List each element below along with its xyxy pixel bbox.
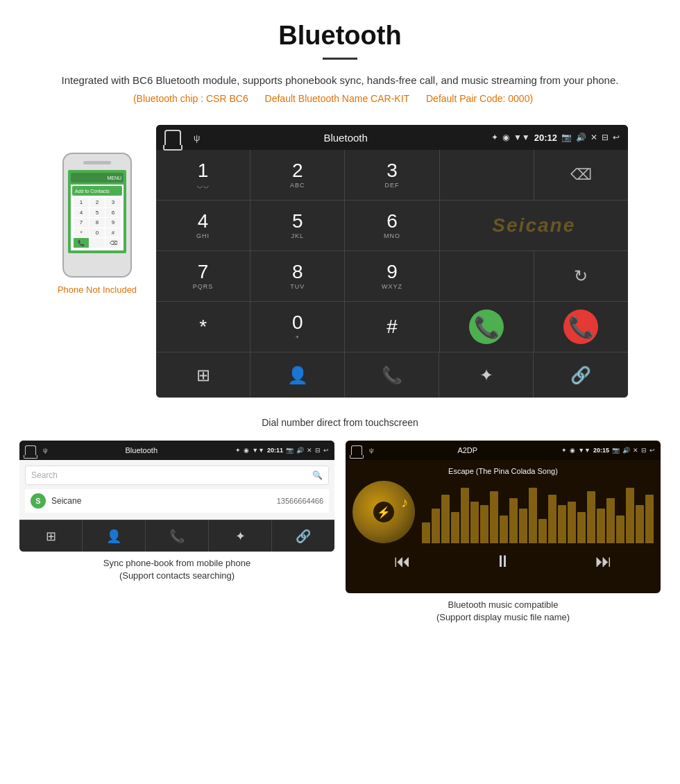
spec-chip: (Bluetooth chip : CSR BC6: [133, 93, 248, 104]
call-green-button[interactable]: 📞: [469, 309, 504, 344]
key-4-num: 4: [198, 212, 209, 231]
music-home-icon[interactable]: [351, 445, 362, 455]
music-caption-text: Bluetooth music compatible(Support displ…: [436, 599, 570, 622]
visualizer-bar: [432, 509, 440, 543]
music-vol-icon: 🔊: [622, 447, 630, 454]
key-call-red[interactable]: 📞: [534, 302, 628, 352]
phone-key-9[interactable]: 9: [105, 218, 121, 228]
back-status-icon: ↩: [613, 133, 620, 142]
key-2-num: 2: [292, 161, 303, 180]
phone-key-call[interactable]: 📞: [74, 238, 89, 248]
key-4[interactable]: 4 GHI: [156, 201, 250, 250]
pb-search-placeholder: Search: [31, 470, 58, 480]
phone-key-star[interactable]: *: [74, 228, 89, 238]
key-empty-1: [440, 150, 534, 200]
key-refresh[interactable]: ↻: [534, 251, 628, 301]
pb-contact-row[interactable]: S Seicane 13566664466: [25, 489, 329, 513]
visualizer-bar: [480, 505, 488, 543]
dial-tool-contacts[interactable]: 👤: [250, 352, 345, 398]
phone-screen-bar: MENU: [71, 173, 124, 182]
music-title: A2DP: [377, 446, 557, 454]
dial-tool-bluetooth[interactable]: ✦: [439, 352, 534, 398]
visualizer-bar: [538, 519, 547, 543]
phone-key-0[interactable]: 0: [90, 228, 105, 238]
phonebook-screen: ψ Bluetooth ✦ ◉ ▼▼ 20:11 📷 🔊 ✕ ⊟ ↩ Searc…: [19, 441, 334, 552]
key-6-num: 6: [386, 212, 398, 231]
pb-vol-icon: 🔊: [296, 447, 304, 454]
pb-contact-name: Seicane: [51, 496, 277, 506]
pb-tool-bluetooth[interactable]: ✦: [209, 520, 272, 552]
music-usb-icon: ψ: [369, 447, 373, 454]
key-hash[interactable]: #: [345, 302, 439, 352]
phone-key-5[interactable]: 5: [90, 208, 105, 218]
key-9-num: 9: [386, 262, 398, 282]
key-star[interactable]: *: [156, 302, 250, 352]
pb-contact-avatar: S: [31, 493, 46, 509]
usb-icon: ψ: [194, 133, 200, 143]
add-contacts-label: Add to Contacts: [75, 189, 110, 194]
key-empty-3: [440, 251, 534, 301]
page-header: Bluetooth Integrated with BC6 Bluetooth …: [0, 0, 680, 111]
phone-key-4[interactable]: 4: [74, 208, 89, 218]
pb-tool-link[interactable]: 🔗: [272, 520, 334, 552]
phone-key-8[interactable]: 8: [90, 218, 105, 228]
camera-status-icon: 📷: [561, 133, 572, 142]
key-8[interactable]: 8 TUV: [250, 251, 344, 301]
visualizer-bar: [470, 502, 479, 543]
music-sig-icon: ▼▼: [578, 447, 590, 454]
key-9[interactable]: 9 WXYZ: [345, 251, 439, 301]
pb-tool-grid[interactable]: ⊞: [19, 520, 83, 552]
phone-key-hash[interactable]: #: [105, 228, 121, 238]
key-7-sub: PQRS: [193, 283, 214, 290]
key-1[interactable]: 1 ◡◡: [156, 150, 250, 200]
key-call-green[interactable]: 📞: [440, 302, 534, 352]
dial-tool-link[interactable]: 🔗: [534, 352, 628, 398]
pb-title: Bluetooth: [51, 446, 231, 454]
pb-search-bar[interactable]: Search 🔍: [25, 466, 329, 485]
key-2[interactable]: 2 ABC: [250, 150, 344, 200]
key-6-sub: MNO: [384, 232, 400, 239]
visualizer-bar: [616, 515, 624, 543]
key-8-num: 8: [292, 262, 303, 282]
visualizer-bar: [606, 498, 615, 543]
phone-key-2[interactable]: 2: [90, 198, 105, 207]
key-3[interactable]: 3 DEF: [345, 150, 439, 200]
music-main: ⚡ ♪: [352, 481, 654, 543]
pb-tool-phone[interactable]: 📞: [146, 520, 209, 552]
dial-tool-grid[interactable]: ⊞: [156, 352, 250, 398]
pb-home-icon[interactable]: [25, 445, 36, 455]
music-controls: ⏮ ⏸ ⏭: [352, 543, 654, 577]
visualizer-bar: [645, 495, 654, 543]
music-back-icon: ↩: [649, 447, 655, 454]
seicane-watermark: Seicane: [492, 214, 575, 237]
phone-key-1[interactable]: 1: [74, 198, 89, 207]
visualizer-bar: [519, 509, 527, 543]
music-screen: ψ A2DP ✦ ◉ ▼▼ 20:15 📷 🔊 ✕ ⊟ ↩ Escape (Th…: [346, 441, 661, 593]
home-icon[interactable]: [164, 130, 181, 145]
key-6[interactable]: 6 MNO: [345, 201, 439, 250]
dial-screen-title: Bluetooth: [207, 132, 484, 144]
dial-toolbar: ⊞ 👤 📞 ✦ 🔗: [156, 352, 628, 398]
phone-key-7[interactable]: 7: [74, 218, 89, 228]
key-7[interactable]: 7 PQRS: [156, 251, 250, 301]
music-visualizer: [422, 481, 654, 543]
signal-status-icon: ▼▼: [513, 133, 530, 142]
key-backspace[interactable]: ⌫: [534, 150, 628, 200]
key-0[interactable]: 0 +: [250, 302, 344, 352]
pb-tool-contacts[interactable]: 👤: [83, 520, 146, 552]
music-play-pause-button[interactable]: ⏸: [495, 552, 511, 571]
music-prev-button[interactable]: ⏮: [394, 552, 411, 571]
key-5[interactable]: 5 JKL: [250, 201, 344, 250]
pb-back-icon: ↩: [323, 447, 329, 454]
close-status-icon: ✕: [590, 133, 597, 142]
phone-key-6[interactable]: 6: [105, 208, 121, 218]
music-next-button[interactable]: ⏭: [595, 552, 612, 571]
phone-key-blank: [90, 238, 105, 248]
visualizer-bar: [636, 505, 644, 543]
phone-key-3[interactable]: 3: [105, 198, 121, 207]
call-red-button[interactable]: 📞: [563, 309, 598, 344]
music-panel: ψ A2DP ✦ ◉ ▼▼ 20:15 📷 🔊 ✕ ⊟ ↩ Escape (Th…: [346, 441, 661, 629]
page-title: Bluetooth: [42, 21, 638, 51]
phone-key-del[interactable]: ⌫: [105, 238, 121, 248]
dial-tool-phone[interactable]: 📞: [345, 352, 439, 398]
